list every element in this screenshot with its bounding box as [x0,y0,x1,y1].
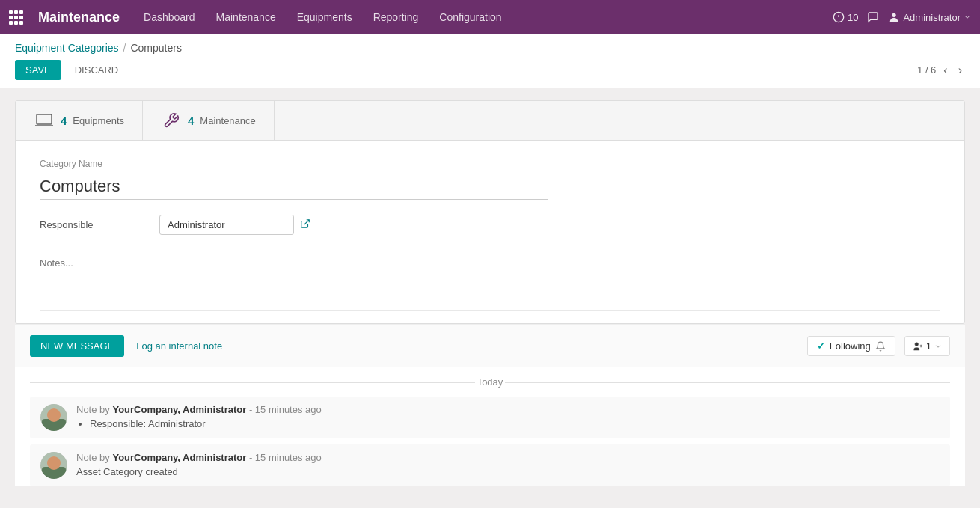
message-item: Note by YourCompany, Administrator - 15 … [30,444,950,486]
timeline-label-text: Today [477,376,503,388]
message-icon [867,11,879,23]
chat-button[interactable] [867,11,879,23]
topbar: Maintenance Dashboard Maintenance Equipm… [0,0,980,34]
avatar [40,404,67,431]
user-icon [888,11,900,23]
breadcrumb-parent[interactable]: Equipment Categories [15,42,119,54]
message-prefix: Note by [76,404,112,415]
pagination-prev[interactable]: ‹ [940,62,950,79]
main-content: 4 Equipments 4 Maintenance Category Name [0,88,980,504]
message-body: Asset Category created [76,466,940,477]
message-content: Note by YourCompany, Administrator - 15 … [76,404,940,431]
notes-textarea[interactable] [40,257,940,302]
save-button[interactable]: SAVE [15,60,61,80]
message-author: YourCompany, Administrator [112,452,246,463]
pagination-next[interactable]: › [955,62,965,79]
category-name-field: Category Name [40,159,940,200]
app-name: Maintenance [38,10,120,25]
nav-equipments[interactable]: Equipments [288,7,361,28]
nav-dashboard[interactable]: Dashboard [135,7,204,28]
laptop-icon [34,110,55,131]
following-label: Following [830,340,871,352]
user-menu[interactable]: Administrator [888,11,971,23]
topbar-right: 10 Administrator [833,11,971,23]
bug-icon [833,11,845,23]
chatter: NEW MESSAGE Log an internal note ✓ Follo… [15,324,965,486]
message-body: Responsible: Administrator [76,418,940,429]
form-body: Category Name Responsible Administrator [16,141,964,323]
notes-area [40,257,940,311]
breadcrumb-bar: Equipment Categories / Computers SAVE DI… [0,34,980,88]
following-check-icon: ✓ [817,340,825,352]
app-brand[interactable]: Maintenance [38,10,120,25]
message-text: Asset Category created [76,466,178,477]
svg-rect-4 [37,114,52,124]
responsible-label: Responsible [40,219,129,230]
nav-reporting[interactable]: Reporting [364,7,428,28]
app-grid-icon[interactable] [9,10,23,25]
breadcrumb-current: Computers [130,42,181,54]
message-list: Note by YourCompany, Administrator - 15 … [15,397,965,486]
stat-tabs: 4 Equipments 4 Maintenance [16,101,964,141]
bell-icon [875,341,886,352]
discard-button[interactable]: DISCARD [67,60,126,80]
maintenance-tab[interactable]: 4 Maintenance [143,101,275,140]
user-name: Administrator [903,12,961,23]
new-message-button[interactable]: NEW MESSAGE [30,335,124,357]
equipments-count: 4 [61,114,67,127]
top-navigation: Dashboard Maintenance Equipments Reporti… [135,7,818,28]
person-add-icon [913,341,923,352]
nav-maintenance[interactable]: Maintenance [207,7,285,28]
record-card: 4 Equipments 4 Maintenance Category Name [15,100,965,324]
pagination: 1 / 6 ‹ › [917,62,965,79]
message-header: Note by YourCompany, Administrator - 15 … [76,452,940,463]
nav-configuration[interactable]: Configuration [430,7,510,28]
svg-line-5 [304,220,309,224]
chatter-actions: NEW MESSAGE Log an internal note ✓ Follo… [15,324,965,367]
avatar [40,452,67,479]
maintenance-label: Maintenance [200,115,255,126]
breadcrumb-separator: / [123,42,126,54]
responsible-row: Responsible Administrator [40,215,940,235]
message-content: Note by YourCompany, Administrator - 15 … [76,452,940,479]
followers-chevron-icon [934,343,942,350]
responsible-select-wrap: Administrator [159,215,310,235]
message-time: - 15 minutes ago [246,404,321,415]
message-prefix: Note by [76,452,112,463]
message-author: YourCompany, Administrator [112,404,246,415]
action-bar: SAVE DISCARD 1 / 6 ‹ › [15,60,965,88]
notifications-count: 10 [848,12,858,23]
followers-count: 1 [926,340,931,352]
equipments-label: Equipments [73,115,124,126]
message-item: Note by YourCompany, Administrator - 15 … [30,397,950,438]
timeline-today: Today [15,367,965,397]
responsible-external-link[interactable] [300,218,310,231]
chevron-down-icon [964,13,971,21]
equipments-tab[interactable]: 4 Equipments [16,101,143,140]
following-button[interactable]: ✓ Following [807,336,895,356]
svg-point-6 [915,342,919,346]
svg-point-3 [892,13,896,17]
breadcrumb: Equipment Categories / Computers [15,42,965,54]
chatter-right: ✓ Following 1 [807,336,950,356]
message-list-item: Responsible: Administrator [90,418,940,429]
message-time: - 15 minutes ago [246,452,321,463]
log-note-button[interactable]: Log an internal note [136,340,222,352]
category-name-input[interactable] [40,174,548,200]
responsible-select[interactable]: Administrator [159,215,294,235]
followers-button[interactable]: 1 [904,336,950,356]
wrench-icon [161,110,182,131]
pagination-text: 1 / 6 [917,64,936,76]
notifications-button[interactable]: 10 [833,11,858,23]
maintenance-count: 4 [188,114,194,127]
category-name-label: Category Name [40,159,940,169]
message-header: Note by YourCompany, Administrator - 15 … [76,404,940,415]
